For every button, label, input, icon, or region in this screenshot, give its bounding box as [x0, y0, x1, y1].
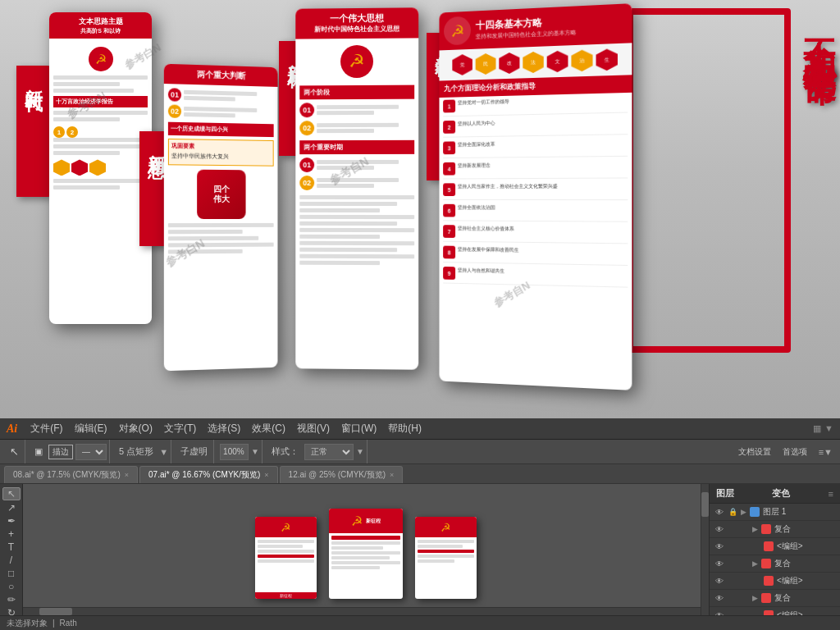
canvas-preview-3: ☭: [415, 517, 477, 599]
tool-arrow[interactable]: ↖: [2, 487, 21, 500]
toolbar: ↖ ▣ 描边 — 5 点矩形 ▼ 子虚明 ▼ 样式： 正常 ▼ 文档设: [0, 440, 840, 464]
toolbar-preferences[interactable]: 首选项: [779, 445, 810, 459]
toolbar-shape-icon: ▣: [31, 445, 46, 459]
doc1-line4: [53, 111, 148, 115]
scrollbar-vertical[interactable]: [701, 484, 709, 615]
tool-ellipse[interactable]: ○: [2, 581, 21, 592]
layer-item-7[interactable]: 👁 <编组>: [710, 607, 840, 615]
toolbar-stroke-select[interactable]: —: [75, 444, 107, 460]
doc1-line2: [53, 82, 120, 86]
toolbar-style-select[interactable]: 正常: [304, 444, 354, 460]
doc2-banner1: 一个历史成绩与四小兴: [168, 122, 274, 137]
layer-eye-icon-5[interactable]: 👁: [714, 576, 724, 586]
layer-name-1: 图层 1: [763, 506, 835, 518]
layer-item-6[interactable]: 👁 ▶ 复合: [710, 590, 840, 607]
tool-rect[interactable]: □: [2, 568, 21, 579]
toolbar-shape-label-group: 5 点矩形 ▼: [113, 440, 171, 463]
doc1-line1: [53, 75, 148, 80]
toolbar-mode-group: 子虚明: [175, 440, 214, 463]
doc1-line6: [53, 138, 148, 142]
doc4-item-9: 9 坚持人与自然和谐共生: [443, 267, 628, 288]
layer-name-4: 复合: [774, 558, 835, 569]
tool-brush[interactable]: ✏: [2, 594, 21, 605]
doc1-line5: [53, 117, 120, 121]
status-bar: 未选择对象 | Rath: [0, 615, 840, 630]
layer-color-3: [764, 541, 774, 551]
menu-effect[interactable]: 效果(C): [247, 420, 290, 437]
layer-item-3[interactable]: 👁 <编组>: [710, 538, 840, 555]
layer-eye-icon-4[interactable]: 👁: [714, 559, 724, 568]
tab-1-close[interactable]: ×: [125, 471, 129, 479]
tool-direct-select[interactable]: ↗: [2, 502, 21, 514]
toolbar-shape-label: 5 点矩形: [116, 444, 157, 459]
layer-item-2[interactable]: 👁 ▶ 复合: [710, 521, 840, 538]
layer-eye-icon-2[interactable]: 👁: [714, 524, 724, 534]
tab-2[interactable]: 07.ai* @ 16.67% (CMYK/预览) ×: [139, 466, 278, 483]
menu-select[interactable]: 选择(S): [203, 420, 245, 437]
tool-pen[interactable]: ✒: [2, 515, 21, 527]
canvas-preview-2: ☭ 新征程: [329, 509, 403, 599]
scrollbar-horizontal[interactable]: [23, 607, 701, 615]
tool-add-point[interactable]: +: [2, 528, 21, 540]
layer-item-1[interactable]: 👁 🔒 ▶ 图层 1: [710, 504, 840, 521]
layer-lock-icon-2[interactable]: [728, 524, 737, 534]
tab-2-close[interactable]: ×: [264, 471, 268, 479]
right-text-main: 不忘初心牢记使命: [803, 12, 836, 52]
doc4-item-1: 1 坚持党对一切工作的领导: [443, 95, 628, 116]
tool-line[interactable]: /: [2, 555, 21, 566]
layer-color-2: [761, 524, 771, 534]
menu-help[interactable]: 帮助(H): [383, 420, 427, 437]
toolbar-zoom-input[interactable]: [220, 444, 249, 460]
menu-window[interactable]: 窗口(W): [336, 420, 381, 437]
toolbar-doc-settings[interactable]: 文档设置: [735, 445, 774, 459]
layer-expand-2[interactable]: ▶: [752, 525, 758, 533]
doc3-header: 一个伟大思想 新时代中国特色社会主义思想: [295, 7, 418, 39]
layer-lock-icon-5[interactable]: [728, 576, 737, 586]
doc1-subtitle: 共高阶S 和以诗: [53, 27, 148, 35]
layer-expand-4[interactable]: ▶: [752, 559, 758, 568]
layer-expand-6[interactable]: ▶: [752, 594, 758, 602]
tab-1[interactable]: 08.ai* @ 17.5% (CMYK/预览) ×: [4, 466, 138, 483]
tool-rotate[interactable]: ↻: [2, 607, 21, 615]
doc3-section1: 两个阶段: [299, 84, 414, 99]
tab-3[interactable]: 12.ai @ 25% (CMYK/预览) ×: [280, 466, 404, 483]
toolbar-zoom-dropdown: ▼: [251, 447, 259, 456]
toolbar-mode-label: 子虚明: [177, 444, 211, 459]
menu-edit[interactable]: 编辑(E): [70, 420, 112, 437]
doc-panel-3: 一个伟大思想 新时代中国特色社会主义思想 ☭ 两个阶段 01 02: [295, 7, 418, 369]
doc4-item-4: 4 坚持新发展理念: [443, 161, 628, 180]
tool-type[interactable]: T: [2, 541, 21, 553]
menu-text[interactable]: 文字(T): [159, 420, 201, 437]
layer-eye-icon-3[interactable]: 👁: [714, 541, 724, 551]
doc4-item-6: 6 坚持全面依法治国: [443, 204, 628, 222]
layers-panel-menu-icon[interactable]: ≡: [829, 489, 833, 499]
layer-eye-icon-6[interactable]: 👁: [714, 593, 724, 603]
doc2-content: 01 02 一个历史成绩与四小兴 巩固要素 坚持中华民族伟大复兴 四个伟大: [164, 84, 278, 261]
menu-bar: Ai 文件(F) 编辑(E) 对象(O) 文字(T) 选择(S) 效果(C) 视…: [0, 418, 840, 440]
scrollbar-thumb-v[interactable]: [701, 492, 709, 517]
status-selection: 未选择对象: [7, 618, 48, 629]
layer-expand-1[interactable]: ▶: [741, 508, 746, 516]
menu-file[interactable]: 文件(F): [25, 420, 67, 437]
layer-lock-icon-3[interactable]: [728, 541, 737, 551]
doc4-item-3: 3 坚持全面深化改革: [443, 139, 628, 158]
scrollbar-thumb-h[interactable]: [39, 608, 72, 615]
layer-item-5[interactable]: 👁 <编组>: [710, 573, 840, 590]
layer-lock-icon-1[interactable]: 🔒: [728, 507, 737, 517]
layer-name-7: <编组>: [777, 609, 835, 615]
layer-item-4[interactable]: 👁 ▶ 复合: [710, 555, 840, 573]
doc4-item-2: 2 坚持以人民为中心: [443, 117, 628, 138]
menu-object[interactable]: 对象(O): [114, 420, 158, 437]
layer-lock-icon-6[interactable]: [728, 593, 737, 603]
layer-lock-icon-4[interactable]: [728, 559, 737, 568]
tab-3-close[interactable]: ×: [390, 471, 394, 479]
tab-2-label: 07.ai* @ 16.67% (CMYK/预览): [148, 469, 260, 481]
doc-panel-2: 两个重大判断 01 02 一个历史成绩与四小兴 巩固要素 坚持中华民族伟大: [164, 64, 278, 372]
toolbar-style-dropdown: ▼: [356, 447, 364, 456]
tab-bar: 08.ai* @ 17.5% (CMYK/预览) × 07.ai* @ 16.6…: [0, 464, 840, 484]
menu-view[interactable]: 视图(V): [292, 420, 335, 437]
layer-eye-icon-1[interactable]: 👁: [714, 507, 724, 517]
doc1-content: ☭ 十万言政治经济学报告 1 2: [49, 39, 152, 196]
menu-right: ▦ ▼: [813, 423, 833, 434]
right-wall-text: 不忘初心牢记使命: [803, 12, 836, 52]
